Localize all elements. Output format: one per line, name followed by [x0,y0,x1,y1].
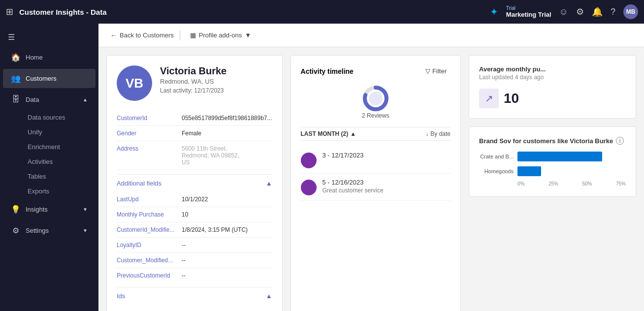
activity-detail-1: 5 - 12/16/2023 [322,179,384,186]
insights-metric-value: ↗ 10 [479,89,626,108]
activity-circle-0 [301,153,317,168]
settings-chevron-icon: ▼ [83,228,88,233]
sidebar-item-enrichment[interactable]: Enrichment [23,140,96,154]
data-submenu: Data sources Unify Enrichment Activities… [0,110,98,199]
activity-item-0: 3 - 12/17/2023 [301,147,451,174]
activity-detail-0: 3 - 12/17/2023 [322,152,364,159]
brand-bar-container-1 [517,166,626,176]
main-content: ← Back to Customers ▦ Profile add-ons ▼ … [98,24,644,311]
layout: ☰ 🏠 Home 👥 Customers 🗄 Data ▲ Data sourc… [0,24,644,311]
field-row-lastupd: LastUpd 10/1/2022 [117,192,272,207]
subheader-divider [180,31,180,40]
month-chevron-icon[interactable]: ▲ [350,130,356,137]
sidebar-item-activities[interactable]: Activities [23,155,96,169]
profile-addons-icon: ▦ [190,31,196,39]
field-value-customer-modified: -- [182,257,186,264]
field-value-address: 5600 11th Street, Redmond, WA 09852, US [182,145,239,166]
help-icon[interactable]: ? [611,7,615,17]
metric-card: Average monthly pu... Last updated 4 day… [469,55,636,119]
additional-fields-list: LastUpd 10/1/2022 Monthly Purchase 10 Cu… [117,192,272,283]
axis-label-0: 0% [517,181,524,187]
activity-item-1: 5 - 12/16/2023 Great customer service [301,174,451,201]
customer-location: Redmond, WA, US [160,78,226,85]
back-to-customers-button[interactable]: ← Back to Customers [110,31,174,39]
field-label-customerid: CustomerId [117,115,176,122]
field-row-customerid: CustomerId 055e8517899d5ef8f19861889b7..… [117,111,272,126]
hamburger-menu[interactable]: ☰ [0,28,98,47]
filter-icon: ▽ [425,67,430,75]
field-value-monthly-purchase: 10 [182,211,188,218]
additional-fields-chevron-icon: ▲ [266,180,272,187]
bell-icon[interactable]: 🔔 [592,6,603,17]
field-value-loyaltyid: -- [182,242,186,249]
sort-by-date-button[interactable]: ↓ By date [425,130,451,137]
smiley-icon[interactable]: ☺ [559,7,568,17]
field-label-customerid-modified: CustomerId_Modifie... [117,226,176,233]
sidebar-item-unify[interactable]: Unify [23,125,96,139]
insights-chevron-icon: ▼ [83,207,88,212]
sort-icon: ↓ [425,130,428,137]
activity-sub-1: Great customer service [322,187,384,194]
back-arrow-icon: ← [110,31,117,39]
sidebar-item-home[interactable]: 🏠 Home [3,48,96,67]
profile-addons-button[interactable]: ▦ Profile add-ons ▼ [186,30,255,41]
field-label-lastupd: LastUpd [117,196,176,203]
brand-name-0: Crate and B... [479,154,514,159]
user-avatar[interactable]: MB [623,4,638,19]
field-row-monthly-purchase: Monthly Purchase 10 [117,207,272,222]
app-title: Customer Insights - Data [19,8,484,16]
activity-content-1: 5 - 12/16/2023 Great customer service [322,179,384,194]
field-value-lastupd: 10/1/2022 [182,196,208,203]
trial-block: Trial Marketing Trial [506,5,551,18]
settings-icon[interactable]: ⚙ [576,6,584,17]
sidebar-item-data-sources[interactable]: Data sources [23,110,96,124]
customer-profile-card: VB Victoria Burke Redmond, WA, US Last a… [106,55,283,311]
field-value-previous-customerid: -- [182,272,186,279]
sidebar-item-data[interactable]: 🗄 Data ▲ [3,90,96,109]
activity-month-header: LAST MONTH (2) ▲ ↓ By date [301,127,451,141]
trial-label: Trial [506,5,515,11]
axis-label-1: 25% [548,181,558,187]
brand-bar-1 [517,166,541,176]
sidebar-item-tables[interactable]: Tables [23,169,96,184]
sidebar-item-insights[interactable]: 💡 Insights ▼ [3,200,96,219]
filter-button[interactable]: ▽ Filter [421,65,451,77]
customer-last-activity: Last activity: 12/17/2023 [160,87,226,94]
sidebar-item-customers[interactable]: 👥 Customers [3,69,96,88]
copilot-icon[interactable]: ✦ [490,6,498,18]
customers-icon: 👥 [11,74,21,83]
insights-trend-icon: ↗ [479,89,499,108]
chart-axis: 0% 25% 50% 75% [479,181,626,187]
field-label-customer-modified: Customer_Modified... [117,257,176,264]
activity-timeline-card: Activity timeline ▽ Filter 2 Reviews [290,55,461,311]
top-nav: ⊞ Customer Insights - Data ✦ Trial Marke… [0,0,644,24]
svg-point-2 [369,92,383,105]
grid-icon[interactable]: ⊞ [6,6,13,17]
home-icon: 🏠 [11,53,21,62]
additional-fields-section[interactable]: Additional fields ▲ [117,174,272,192]
axis-label-3: 75% [616,181,626,187]
field-label-address: Address [117,145,176,166]
brand-bar-container-0 [517,152,626,161]
insights-icon: 💡 [11,205,21,214]
activity-count-label: 2 Reviews [362,112,389,119]
field-row-loyaltyid: LoyaltyID -- [117,238,272,253]
additional-fields-label: Additional fields [117,180,161,187]
field-row-address: Address 5600 11th Street, Redmond, WA 09… [117,141,272,170]
ids-label: Ids [117,292,125,300]
sidebar-item-settings[interactable]: ⚙ Settings ▼ [3,221,96,240]
ids-chevron-icon: ▲ [266,292,272,300]
brand-sov-title: Brand Sov for customers like Victoria Bu… [479,137,626,145]
activity-content-0: 3 - 12/17/2023 [322,152,364,159]
activity-reviews: 2 Reviews [301,85,451,119]
sidebar-item-exports[interactable]: Exports [23,184,96,198]
field-value-customerid: 055e8517899d5ef8f19861889b7... [182,115,272,122]
activity-circle-1 [301,180,317,195]
data-icon: 🗄 [11,95,21,104]
brand-sov-info-icon[interactable]: i [616,137,624,145]
activity-month-label: LAST MONTH (2) ▲ [301,130,356,137]
content-grid: VB Victoria Burke Redmond, WA, US Last a… [106,55,636,311]
ids-section[interactable]: Ids ▲ [117,287,272,305]
subheader: ← Back to Customers ▦ Profile add-ons ▼ [98,24,644,47]
field-label-previous-customerid: PreviousCustomerId [117,272,176,279]
